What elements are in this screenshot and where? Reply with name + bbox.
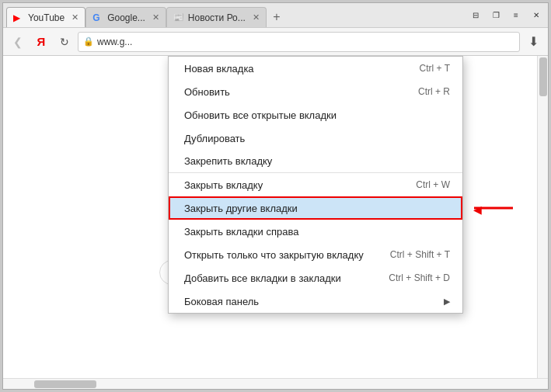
red-arrow: ◀ [474,207,513,210]
download-button[interactable]: ⬇ [523,32,543,52]
menu-close-tab[interactable]: Закрыть вкладку Ctrl + W [169,173,462,196]
tab-youtube-close[interactable]: ✕ [71,12,78,23]
menu-reopen[interactable]: Открыть только что закрытую вкладку Ctrl… [169,243,462,266]
menu-close-tab-shortcut: Ctrl + W [416,179,450,190]
refresh-button[interactable]: ↻ [54,32,75,52]
scrollbar-thumb-h[interactable] [34,380,96,388]
tab-google[interactable]: G Google... ✕ [85,7,166,27]
window-controls: ⊟ ❐ ≡ ✕ [467,7,545,24]
menu-sidebar[interactable]: Боковая панель ▶ [169,290,462,313]
menu-close-tab-label: Закрыть вкладку [184,179,263,191]
vertical-scrollbar[interactable] [537,56,548,378]
menu-sidebar-arrow: ▶ [444,297,450,307]
tab-youtube[interactable]: ▶ YouTube ✕ [6,7,85,27]
menu-close-others-label: Закрыть другие вкладки [184,203,298,214]
menu-refresh-shortcut: Ctrl + R [418,86,450,97]
menu-bookmarks-shortcut: Ctrl + Shift + D [389,272,450,283]
browser-window: ▶ YouTube ✕ G Google... ✕ 📰 Новости Ро..… [2,2,549,390]
content-area: Google Новая вкладка Ctrl + T Обновить C… [3,56,548,378]
nav-right-controls: ⬇ [523,32,543,52]
news-favicon: 📰 [173,12,184,23]
menu-refresh[interactable]: Обновить Ctrl + R [169,80,462,103]
menu-reopen-label: Открыть только что закрытую вкладку [184,249,364,261]
menu-duplicate-label: Дублировать [184,133,245,144]
google-favicon: G [92,12,103,23]
menu-pin-label: Закрепить вкладку [184,155,272,167]
menu-new-tab-shortcut: Ctrl + T [420,63,450,74]
menu-close-others[interactable]: Закрыть другие вкладки ◀ [169,196,462,220]
menu-refresh-label: Обновить [184,86,230,98]
menu-button[interactable]: ≡ [507,7,525,24]
tab-google-title: Google... [107,12,145,23]
tab-news-title: Новости Ро... [188,12,246,23]
tab-news-close[interactable]: ✕ [253,12,260,23]
address-text: www.g... [97,36,132,47]
menu-duplicate[interactable]: Дублировать [169,127,462,150]
yandex-button[interactable]: Я [31,32,51,52]
context-menu: Новая вкладка Ctrl + T Обновить Ctrl + R… [168,56,463,314]
menu-sidebar-label: Боковая панель [184,296,259,307]
tabs-area: ▶ YouTube ✕ G Google... ✕ 📰 Новости Ро..… [6,3,464,27]
menu-pin[interactable]: Закрепить вкладку [169,150,462,173]
horizontal-scrollbar[interactable] [3,378,548,389]
menu-refresh-all[interactable]: Обновить все открытые вкладки [169,103,462,127]
tab-youtube-title: YouTube [28,12,65,23]
restore-down-button[interactable]: ⊟ [467,7,484,24]
back-button[interactable]: ❮ [8,32,28,52]
close-button[interactable]: ✕ [528,7,545,24]
maximize-button[interactable]: ❐ [487,7,504,24]
new-tab-button[interactable]: + [267,7,287,27]
youtube-favicon: ▶ [13,12,24,23]
tab-google-close[interactable]: ✕ [152,12,159,23]
menu-bookmarks[interactable]: Добавить все вкладки в закладки Ctrl + S… [169,266,462,290]
menu-close-right-label: Закрыть вкладки справа [184,226,298,238]
title-bar: ▶ YouTube ✕ G Google... ✕ 📰 Новости Ро..… [3,3,548,28]
menu-close-right[interactable]: Закрыть вкладки справа [169,220,462,243]
menu-bookmarks-label: Добавить все вкладки в закладки [184,272,341,284]
address-bar[interactable]: 🔒 www.g... [78,32,520,52]
menu-reopen-shortcut: Ctrl + Shift + T [390,249,450,260]
menu-new-tab[interactable]: Новая вкладка Ctrl + T [169,57,462,80]
scrollbar-thumb-v[interactable] [539,57,547,96]
menu-refresh-all-label: Обновить все открытые вкладки [184,109,337,121]
nav-bar: ❮ Я ↻ 🔒 www.g... ⬇ [3,28,548,56]
menu-new-tab-label: Новая вкладка [184,63,254,75]
tab-news[interactable]: 📰 Новости Ро... ✕ [166,7,267,27]
lock-icon: 🔒 [83,36,94,47]
